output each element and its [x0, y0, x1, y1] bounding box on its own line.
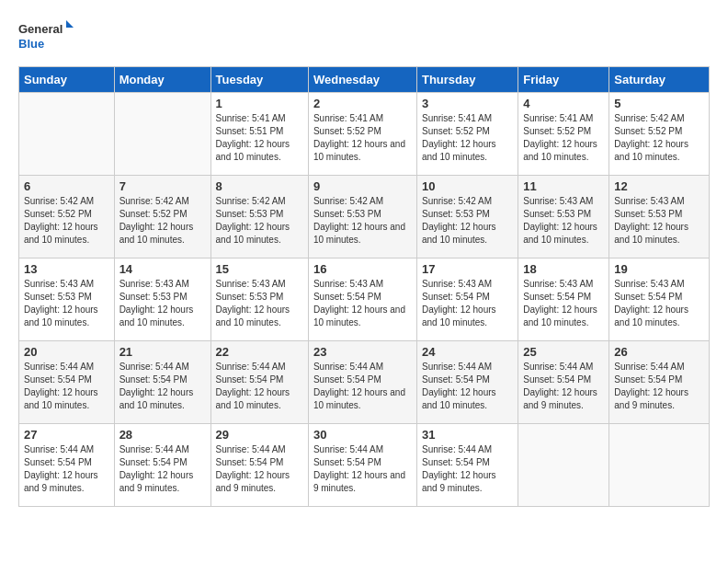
day-info: Sunrise: 5:43 AMSunset: 5:53 PMDaylight:… [614, 195, 704, 247]
calendar-cell: 27Sunrise: 5:44 AMSunset: 5:54 PMDayligh… [19, 424, 115, 507]
day-info: Sunrise: 5:44 AMSunset: 5:54 PMDaylight:… [24, 361, 109, 412]
day-info: Sunrise: 5:44 AMSunset: 5:54 PMDaylight:… [422, 361, 513, 412]
day-number: 2 [313, 97, 412, 110]
day-number: 23 [313, 345, 412, 359]
calendar-cell: 21Sunrise: 5:44 AMSunset: 5:54 PMDayligh… [114, 341, 210, 424]
calendar-cell: 15Sunrise: 5:43 AMSunset: 5:53 PMDayligh… [210, 259, 308, 341]
day-info: Sunrise: 5:43 AMSunset: 5:54 PMDaylight:… [614, 278, 704, 329]
calendar-cell: 12Sunrise: 5:43 AMSunset: 5:53 PMDayligh… [609, 176, 710, 259]
weekday-header-monday: Monday [114, 67, 210, 93]
day-number: 20 [24, 345, 109, 359]
day-number: 18 [523, 262, 604, 276]
day-info: Sunrise: 5:44 AMSunset: 5:54 PMDaylight:… [422, 443, 513, 495]
calendar-cell: 10Sunrise: 5:42 AMSunset: 5:53 PMDayligh… [416, 176, 518, 259]
calendar-cell: 7Sunrise: 5:42 AMSunset: 5:52 PMDaylight… [114, 176, 210, 259]
calendar-cell: 18Sunrise: 5:43 AMSunset: 5:54 PMDayligh… [518, 259, 609, 341]
day-number: 8 [216, 179, 303, 193]
day-info: Sunrise: 5:43 AMSunset: 5:54 PMDaylight:… [313, 278, 412, 329]
calendar-cell: 28Sunrise: 5:44 AMSunset: 5:54 PMDayligh… [114, 424, 210, 507]
day-info: Sunrise: 5:42 AMSunset: 5:52 PMDaylight:… [614, 112, 704, 164]
svg-text:Blue: Blue [18, 37, 44, 51]
calendar-cell: 8Sunrise: 5:42 AMSunset: 5:53 PMDaylight… [210, 176, 308, 259]
calendar-cell: 16Sunrise: 5:43 AMSunset: 5:54 PMDayligh… [308, 259, 416, 341]
calendar-cell: 14Sunrise: 5:43 AMSunset: 5:53 PMDayligh… [114, 259, 210, 341]
calendar-cell: 19Sunrise: 5:43 AMSunset: 5:54 PMDayligh… [609, 259, 710, 341]
day-number: 12 [614, 179, 704, 193]
day-number: 1 [216, 97, 303, 110]
day-info: Sunrise: 5:43 AMSunset: 5:53 PMDaylight:… [119, 278, 206, 329]
calendar-cell: 25Sunrise: 5:44 AMSunset: 5:54 PMDayligh… [518, 341, 609, 424]
calendar-cell: 26Sunrise: 5:44 AMSunset: 5:54 PMDayligh… [609, 341, 710, 424]
day-info: Sunrise: 5:43 AMSunset: 5:54 PMDaylight:… [422, 278, 513, 329]
header: General Blue [18, 18, 710, 57]
calendar-cell: 6Sunrise: 5:42 AMSunset: 5:52 PMDaylight… [19, 176, 115, 259]
day-number: 27 [24, 428, 109, 442]
logo: General Blue [18, 18, 74, 57]
weekday-header-row: SundayMondayTuesdayWednesdayThursdayFrid… [19, 67, 710, 93]
day-info: Sunrise: 5:44 AMSunset: 5:54 PMDaylight:… [24, 443, 109, 495]
day-info: Sunrise: 5:44 AMSunset: 5:54 PMDaylight:… [614, 361, 704, 412]
calendar-cell [19, 93, 115, 176]
calendar-cell: 1Sunrise: 5:41 AMSunset: 5:51 PMDaylight… [210, 93, 308, 176]
calendar-table: SundayMondayTuesdayWednesdayThursdayFrid… [18, 66, 710, 507]
day-number: 11 [523, 179, 604, 193]
calendar-cell: 23Sunrise: 5:44 AMSunset: 5:54 PMDayligh… [308, 341, 416, 424]
day-number: 15 [216, 262, 303, 276]
week-row-1: 1Sunrise: 5:41 AMSunset: 5:51 PMDaylight… [19, 93, 710, 176]
logo-icon: General Blue [18, 18, 74, 57]
day-info: Sunrise: 5:44 AMSunset: 5:54 PMDaylight:… [523, 361, 604, 412]
calendar-cell: 20Sunrise: 5:44 AMSunset: 5:54 PMDayligh… [19, 341, 115, 424]
day-number: 26 [614, 345, 704, 359]
svg-marker-2 [66, 20, 74, 28]
day-number: 31 [422, 428, 513, 442]
day-number: 29 [216, 428, 303, 442]
day-info: Sunrise: 5:43 AMSunset: 5:53 PMDaylight:… [523, 195, 604, 247]
calendar-cell: 11Sunrise: 5:43 AMSunset: 5:53 PMDayligh… [518, 176, 609, 259]
day-info: Sunrise: 5:42 AMSunset: 5:53 PMDaylight:… [422, 195, 513, 247]
day-number: 16 [313, 262, 412, 276]
day-number: 10 [422, 179, 513, 193]
week-row-5: 27Sunrise: 5:44 AMSunset: 5:54 PMDayligh… [19, 424, 710, 507]
calendar-cell [609, 424, 710, 507]
calendar-cell: 29Sunrise: 5:44 AMSunset: 5:54 PMDayligh… [210, 424, 308, 507]
week-row-4: 20Sunrise: 5:44 AMSunset: 5:54 PMDayligh… [19, 341, 710, 424]
day-info: Sunrise: 5:44 AMSunset: 5:54 PMDaylight:… [313, 443, 412, 495]
svg-text:General: General [18, 22, 63, 36]
day-info: Sunrise: 5:42 AMSunset: 5:52 PMDaylight:… [24, 195, 109, 247]
day-info: Sunrise: 5:42 AMSunset: 5:52 PMDaylight:… [119, 195, 206, 247]
day-info: Sunrise: 5:42 AMSunset: 5:53 PMDaylight:… [313, 195, 412, 247]
day-number: 28 [119, 428, 206, 442]
day-number: 19 [614, 262, 704, 276]
day-info: Sunrise: 5:41 AMSunset: 5:52 PMDaylight:… [313, 112, 412, 164]
calendar-cell [114, 93, 210, 176]
day-number: 3 [422, 97, 513, 110]
weekday-header-thursday: Thursday [416, 67, 518, 93]
day-info: Sunrise: 5:42 AMSunset: 5:53 PMDaylight:… [216, 195, 303, 247]
day-info: Sunrise: 5:43 AMSunset: 5:54 PMDaylight:… [523, 278, 604, 329]
calendar-cell: 9Sunrise: 5:42 AMSunset: 5:53 PMDaylight… [308, 176, 416, 259]
day-number: 13 [24, 262, 109, 276]
weekday-header-tuesday: Tuesday [210, 67, 308, 93]
calendar-cell: 5Sunrise: 5:42 AMSunset: 5:52 PMDaylight… [609, 93, 710, 176]
day-number: 21 [119, 345, 206, 359]
day-info: Sunrise: 5:41 AMSunset: 5:52 PMDaylight:… [523, 112, 604, 164]
week-row-2: 6Sunrise: 5:42 AMSunset: 5:52 PMDaylight… [19, 176, 710, 259]
day-number: 30 [313, 428, 412, 442]
calendar-cell: 3Sunrise: 5:41 AMSunset: 5:52 PMDaylight… [416, 93, 518, 176]
day-number: 14 [119, 262, 206, 276]
calendar-cell: 24Sunrise: 5:44 AMSunset: 5:54 PMDayligh… [416, 341, 518, 424]
calendar-cell: 31Sunrise: 5:44 AMSunset: 5:54 PMDayligh… [416, 424, 518, 507]
day-info: Sunrise: 5:44 AMSunset: 5:54 PMDaylight:… [313, 361, 412, 412]
day-info: Sunrise: 5:43 AMSunset: 5:53 PMDaylight:… [24, 278, 109, 329]
day-info: Sunrise: 5:44 AMSunset: 5:54 PMDaylight:… [216, 443, 303, 495]
day-number: 5 [614, 97, 704, 110]
day-info: Sunrise: 5:43 AMSunset: 5:53 PMDaylight:… [216, 278, 303, 329]
day-info: Sunrise: 5:41 AMSunset: 5:51 PMDaylight:… [216, 112, 303, 164]
day-info: Sunrise: 5:41 AMSunset: 5:52 PMDaylight:… [422, 112, 513, 164]
weekday-header-wednesday: Wednesday [308, 67, 416, 93]
calendar-cell: 4Sunrise: 5:41 AMSunset: 5:52 PMDaylight… [518, 93, 609, 176]
calendar-cell: 13Sunrise: 5:43 AMSunset: 5:53 PMDayligh… [19, 259, 115, 341]
weekday-header-sunday: Sunday [19, 67, 115, 93]
calendar-cell: 22Sunrise: 5:44 AMSunset: 5:54 PMDayligh… [210, 341, 308, 424]
day-number: 25 [523, 345, 604, 359]
